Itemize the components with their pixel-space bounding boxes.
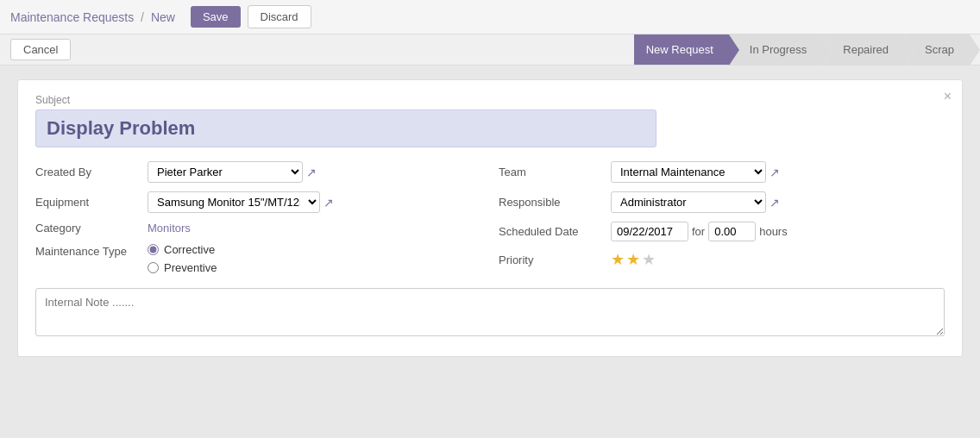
hours-input[interactable]: [708, 222, 756, 241]
created-by-field: Pieter Parker ↗: [148, 161, 481, 183]
responsible-select[interactable]: Administrator: [611, 191, 766, 213]
priority-row: Priority ★ ★ ★: [499, 250, 945, 269]
category-field: Monitors: [148, 222, 481, 235]
star-2[interactable]: ★: [626, 250, 640, 269]
equipment-select[interactable]: Samsung Monitor 15"/MT/125/227: [148, 191, 320, 213]
equipment-ext-link[interactable]: ↗: [324, 196, 334, 210]
breadcrumb: Maintenance Requests / New: [10, 10, 175, 24]
scheduled-date-field: for hours: [611, 222, 945, 241]
breadcrumb-separator: /: [141, 10, 144, 24]
action-bar: Cancel New Request In Progress Repaired …: [0, 34, 980, 66]
scheduled-date-label: Scheduled Date: [499, 225, 611, 238]
priority-stars: ★ ★ ★: [611, 250, 656, 269]
created-by-label: Created By: [35, 166, 148, 178]
team-label: Team: [499, 166, 611, 178]
internal-note-textarea[interactable]: [35, 288, 945, 336]
form-right: Team Internal Maintenance ↗ Responsible …: [499, 161, 945, 274]
category-label: Category: [35, 222, 148, 235]
equipment-label: Equipment: [35, 196, 148, 209]
corrective-option: Corrective: [148, 243, 217, 256]
pipeline-step-repaired[interactable]: Repaired: [822, 34, 904, 65]
hours-label: hours: [759, 225, 788, 238]
for-label: for: [692, 225, 705, 238]
created-by-row: Created By Pieter Parker ↗: [35, 161, 481, 183]
equipment-row: Equipment Samsung Monitor 15"/MT/125/227…: [35, 191, 481, 213]
team-field: Internal Maintenance ↗: [611, 161, 945, 183]
subject-input[interactable]: [35, 110, 656, 147]
form-left: Created By Pieter Parker ↗ Equipment Sam…: [35, 161, 481, 274]
team-row: Team Internal Maintenance ↗: [499, 161, 945, 183]
corrective-radio[interactable]: [148, 244, 159, 255]
breadcrumb-parent[interactable]: Maintenance Requests: [10, 10, 134, 24]
preventive-radio[interactable]: [148, 262, 159, 273]
preventive-label: Preventive: [164, 261, 217, 274]
responsible-row: Responsible Administrator ↗: [499, 191, 945, 213]
save-button[interactable]: Save: [191, 6, 241, 28]
priority-label: Priority: [499, 253, 611, 266]
star-3[interactable]: ★: [642, 250, 656, 269]
created-by-ext-link[interactable]: ↗: [306, 166, 317, 179]
form-grid: Created By Pieter Parker ↗ Equipment Sam…: [35, 161, 945, 274]
pipeline-step-new-request[interactable]: New Request: [634, 34, 729, 65]
maintenance-type-row: Maintenance Type Corrective Preventive: [35, 243, 481, 274]
responsible-label: Responsible: [499, 196, 611, 209]
corrective-label: Corrective: [164, 243, 215, 256]
form-close-button[interactable]: ×: [944, 89, 952, 104]
category-row: Category Monitors: [35, 222, 481, 235]
scheduled-date-row: Scheduled Date for hours: [499, 222, 945, 241]
team-select[interactable]: Internal Maintenance: [611, 161, 766, 183]
category-link[interactable]: Monitors: [148, 222, 191, 235]
main-content: × Subject Created By Pieter Parker ↗: [0, 66, 980, 371]
pipeline-step-in-progress[interactable]: In Progress: [729, 34, 822, 65]
maintenance-type-label: Maintenance Type: [35, 243, 148, 258]
scheduled-date-input[interactable]: [611, 222, 688, 241]
form-card: × Subject Created By Pieter Parker ↗: [17, 79, 963, 357]
responsible-field: Administrator ↗: [611, 191, 945, 213]
responsible-ext-link[interactable]: ↗: [770, 196, 780, 210]
status-pipeline: New Request In Progress Repaired Scrap: [634, 34, 970, 65]
created-by-select[interactable]: Pieter Parker: [148, 161, 303, 183]
priority-field: ★ ★ ★: [611, 250, 945, 269]
maintenance-type-options: Corrective Preventive: [148, 243, 217, 274]
internal-note-section: [35, 288, 945, 339]
preventive-option: Preventive: [148, 261, 217, 274]
team-ext-link[interactable]: ↗: [770, 166, 780, 179]
star-1[interactable]: ★: [611, 250, 625, 269]
cancel-button[interactable]: Cancel: [10, 39, 71, 60]
top-bar: Maintenance Requests / New Save Discard: [0, 0, 980, 34]
breadcrumb-current: New: [151, 10, 175, 24]
discard-button[interactable]: Discard: [248, 5, 311, 28]
subject-label: Subject: [35, 94, 945, 106]
equipment-field: Samsung Monitor 15"/MT/125/227 ↗: [148, 191, 481, 213]
